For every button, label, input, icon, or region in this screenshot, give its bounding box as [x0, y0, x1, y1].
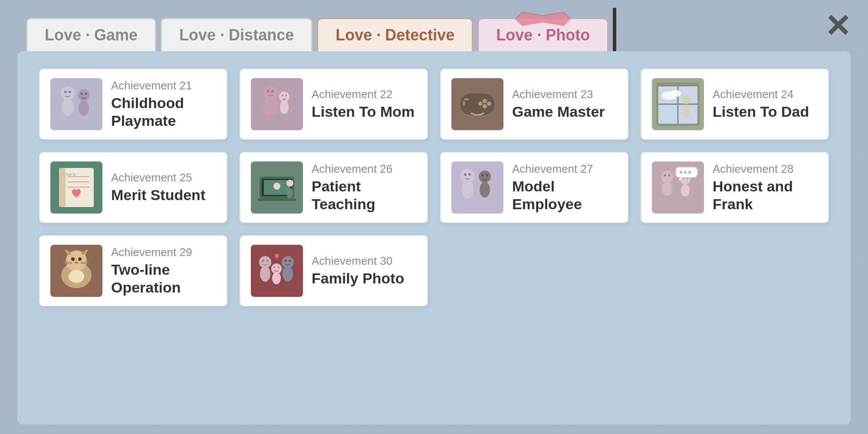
achievement-card-29[interactable]: Achievement 29 Two-line Operation [39, 235, 227, 306]
svg-point-30 [682, 95, 691, 104]
achievement-card-22[interactable]: Achievement 22 Listen To Mom [240, 69, 428, 140]
svg-point-74 [74, 261, 79, 264]
achievement-text-25: Achievement 25 Merit Student [111, 171, 205, 204]
achievement-name-23: Game Master [512, 103, 605, 121]
svg-rect-25 [658, 85, 697, 86]
achievement-icon-29 [50, 245, 102, 297]
svg-point-2 [64, 91, 67, 93]
achievement-card-27[interactable]: Achievement 27 Model Employee [440, 152, 628, 223]
achievement-text-24: Achievement 24 Listen To Dad [713, 88, 809, 121]
achievement-number-22: Achievement 22 [312, 88, 414, 101]
svg-point-50 [480, 182, 490, 197]
svg-rect-17 [464, 99, 469, 100]
main-content: Achievement 21 Childhood Playmate [17, 51, 851, 424]
close-button[interactable]: ✕ [820, 9, 855, 43]
svg-point-83 [266, 260, 269, 262]
svg-point-85 [283, 266, 293, 282]
svg-point-31 [683, 105, 690, 118]
svg-point-46 [461, 181, 473, 198]
achievement-number-29: Achievement 29 [111, 246, 216, 259]
achievement-card-28[interactable]: Achievement 28 Honest and Frank [641, 152, 829, 223]
svg-point-15 [285, 95, 287, 96]
svg-point-0 [61, 86, 75, 100]
achievement-name-21: Childhood Playmate [111, 94, 216, 130]
svg-point-91 [278, 266, 279, 268]
svg-point-86 [285, 260, 287, 262]
svg-point-89 [272, 272, 281, 284]
svg-point-13 [280, 100, 289, 114]
achievement-icon-28 [652, 161, 704, 214]
svg-rect-42 [257, 198, 296, 201]
svg-point-90 [273, 266, 275, 268]
svg-point-87 [289, 260, 291, 262]
achievement-text-27: Achievement 27 Model Employee [512, 162, 617, 213]
achievement-number-27: Achievement 27 [512, 162, 617, 176]
achievement-icon-24 [652, 78, 704, 130]
achievement-icon-21 [50, 78, 102, 130]
achievement-icon-22 [251, 78, 303, 130]
achievement-name-30: Family Photo [312, 270, 404, 287]
achievement-card-23[interactable]: Achievement 23 Game Master [440, 69, 628, 140]
tabs-bar: Love · Game Love · Distance Love · Detec… [0, 0, 868, 51]
svg-text:I luv U: I luv U [65, 172, 76, 177]
achievement-icon-27 [451, 161, 503, 214]
svg-point-45 [460, 169, 474, 183]
svg-point-43 [286, 180, 293, 187]
svg-point-1 [62, 99, 74, 116]
achievement-name-29: Two-line Operation [111, 261, 216, 296]
achievement-name-25: Merit Student [111, 186, 205, 204]
achievement-text-30: Achievement 30 Family Photo [312, 254, 404, 287]
achievement-icon-30 [251, 245, 303, 297]
achievement-icon-23 [451, 78, 503, 130]
svg-point-4 [78, 89, 90, 101]
svg-rect-18 [463, 101, 465, 105]
svg-point-51 [482, 174, 484, 177]
svg-point-21 [478, 102, 483, 106]
svg-point-65 [688, 171, 691, 174]
tab-love-photo[interactable]: Love · Photo [477, 18, 608, 51]
svg-point-29 [671, 90, 681, 97]
tab-love-detective-label: Love · Detective [335, 26, 454, 44]
svg-point-5 [79, 100, 89, 116]
tab-love-photo-label: Love · Photo [496, 26, 590, 44]
achievement-number-26: Achievement 26 [312, 162, 417, 176]
achievement-text-29: Achievement 29 Two-line Operation [111, 246, 216, 296]
achievement-icon-25: I luv U [50, 161, 102, 214]
svg-point-82 [262, 260, 264, 262]
svg-point-49 [479, 171, 491, 183]
svg-point-58 [681, 184, 690, 197]
tab-love-distance[interactable]: Love · Distance [161, 18, 312, 51]
achievement-text-26: Achievement 26 Patient Teaching [312, 162, 417, 213]
svg-point-3 [69, 91, 71, 93]
svg-point-53 [661, 171, 673, 183]
achievement-card-30[interactable]: Achievement 30 Family Photo [240, 235, 428, 306]
achievement-number-28: Achievement 28 [713, 162, 818, 176]
achievement-grid: Achievement 21 Childhood Playmate [39, 69, 829, 306]
svg-point-14 [282, 95, 283, 96]
achievement-number-30: Achievement 30 [312, 254, 404, 268]
svg-point-20 [487, 102, 491, 106]
svg-point-52 [486, 174, 488, 177]
achievement-card-26[interactable]: Achievement 26 Patient Teaching [240, 152, 428, 223]
tab-love-detective[interactable]: Love · Detective [317, 18, 473, 51]
tab-separator [613, 8, 616, 51]
svg-point-47 [464, 173, 467, 176]
achievement-name-26: Patient Teaching [312, 178, 417, 213]
close-icon: ✕ [825, 10, 851, 42]
achievement-number-21: Achievement 21 [111, 79, 216, 92]
achievement-card-21[interactable]: Achievement 21 Childhood Playmate [39, 69, 227, 140]
achievement-number-23: Achievement 23 [512, 88, 605, 101]
achievement-text-22: Achievement 22 Listen To Mom [312, 88, 414, 121]
tab-love-distance-label: Love · Distance [179, 26, 294, 44]
achievement-card-24[interactable]: Achievement 24 Listen To Dad [641, 69, 829, 140]
svg-point-54 [662, 182, 672, 196]
tab-love-game[interactable]: Love · Game [26, 18, 156, 51]
svg-point-10 [267, 90, 270, 92]
achievement-icon-26 [251, 161, 303, 214]
svg-point-19 [483, 99, 487, 103]
svg-point-22 [483, 104, 487, 108]
achievement-card-25[interactable]: I luv U Achievement 25 Merit Student [39, 152, 227, 223]
achievement-name-24: Listen To Dad [713, 103, 809, 121]
svg-point-44 [287, 188, 293, 198]
achievement-number-25: Achievement 25 [111, 171, 205, 184]
